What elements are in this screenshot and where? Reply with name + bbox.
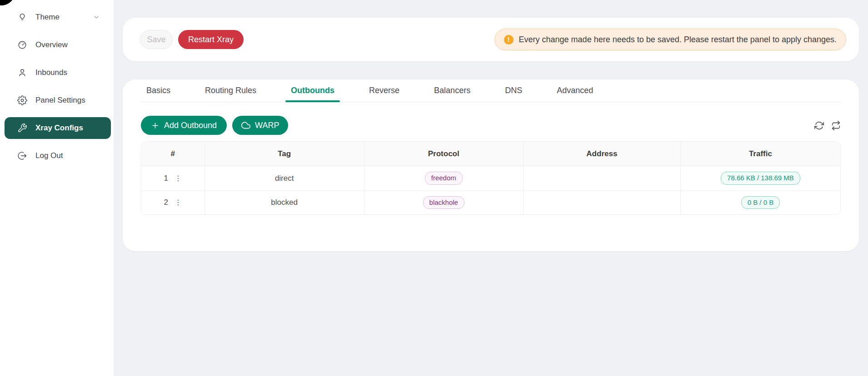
tab-outbounds[interactable]: Outbounds	[285, 79, 340, 102]
sidebar-item-inbounds[interactable]: Inbounds	[5, 62, 111, 84]
cell-index: 2 ⋮	[141, 191, 205, 214]
sidebar-item-label: Inbounds	[35, 68, 67, 77]
table-row: 2 ⋮ blocked blackhole 0 B / 0 B	[141, 190, 840, 214]
cell-protocol: blackhole	[364, 191, 523, 214]
cell-address	[523, 191, 680, 214]
sidebar-item-label: Theme	[35, 13, 60, 22]
outbounds-actions: Add Outbound WARP	[141, 116, 841, 135]
sidebar-item-label: Log Out	[35, 151, 63, 160]
column-header-tag: Tag	[205, 142, 364, 166]
sidebar-item-label: Xray Configs	[35, 124, 83, 133]
sidebar-item-xray-configs[interactable]: Xray Configs	[5, 117, 111, 139]
cloud-icon	[241, 121, 250, 130]
outbounds-table: # Tag Protocol Address Traffic 1 ⋮ direc…	[141, 141, 841, 215]
xray-configs-card: Basics Routing Rules Outbounds Reverse B…	[123, 79, 859, 251]
warp-label: WARP	[255, 121, 279, 130]
gear-icon	[17, 95, 27, 105]
toolbar-card: Save Restart Xray ! Every change made he…	[123, 18, 859, 61]
tab-reverse[interactable]: Reverse	[364, 79, 405, 102]
dashboard-icon	[17, 40, 27, 50]
tab-routing-rules[interactable]: Routing Rules	[200, 79, 262, 102]
sidebar-item-overview[interactable]: Overview	[5, 34, 111, 56]
column-header-address: Address	[523, 142, 680, 166]
cell-protocol: freedom	[364, 166, 523, 190]
column-header-protocol: Protocol	[364, 142, 523, 166]
column-header-traffic: Traffic	[680, 142, 840, 166]
tab-dns[interactable]: DNS	[499, 79, 528, 102]
tab-basics[interactable]: Basics	[141, 79, 176, 102]
warp-button[interactable]: WARP	[232, 116, 288, 135]
row-number: 2	[164, 198, 168, 207]
table-tools	[814, 121, 841, 130]
sidebar-item-label: Panel Settings	[35, 96, 85, 105]
traffic-badge: 0 B / 0 B	[741, 196, 780, 209]
chevron-down-icon	[93, 14, 100, 21]
protocol-badge: freedom	[425, 172, 463, 184]
sidebar: Theme Overview Inbounds	[0, 0, 114, 376]
cell-index: 1 ⋮	[141, 166, 205, 190]
cell-address	[523, 166, 680, 190]
wrench-icon	[17, 123, 27, 133]
tab-balancers[interactable]: Balancers	[429, 79, 476, 102]
sidebar-menu: Theme Overview Inbounds	[0, 0, 114, 167]
refresh-icon[interactable]	[814, 121, 824, 130]
table-header: # Tag Protocol Address Traffic	[141, 142, 840, 166]
main-content: Save Restart Xray ! Every change made he…	[114, 0, 868, 376]
sidebar-item-theme[interactable]: Theme	[5, 6, 111, 28]
row-menu-icon[interactable]: ⋮	[175, 175, 182, 182]
cell-tag: direct	[205, 166, 364, 190]
lightbulb-icon	[17, 12, 27, 22]
warning-alert-text: Every change made here needs to be saved…	[519, 35, 837, 45]
plus-icon	[151, 121, 160, 130]
app-window: Theme Overview Inbounds	[0, 0, 868, 376]
logout-icon	[17, 151, 27, 161]
cell-traffic: 0 B / 0 B	[680, 191, 840, 214]
sidebar-item-panel-settings[interactable]: Panel Settings	[5, 89, 111, 111]
row-menu-icon[interactable]: ⋮	[175, 199, 182, 206]
traffic-badge: 78.66 KB / 138.69 MB	[721, 172, 800, 184]
repeat-icon[interactable]	[831, 121, 841, 130]
sidebar-item-log-out[interactable]: Log Out	[5, 145, 111, 167]
sidebar-item-label: Overview	[35, 40, 68, 49]
user-icon	[17, 68, 27, 78]
protocol-badge: blackhole	[423, 196, 464, 209]
warning-alert: ! Every change made here needs to be sav…	[494, 29, 846, 50]
warning-icon: !	[504, 35, 514, 45]
restart-xray-button[interactable]: Restart Xray	[178, 30, 244, 49]
cell-tag: blocked	[205, 191, 364, 214]
tab-advanced[interactable]: Advanced	[551, 79, 599, 102]
row-number: 1	[164, 174, 168, 183]
column-header-index: #	[141, 142, 205, 166]
table-row: 1 ⋮ direct freedom 78.66 KB / 138.69 MB	[141, 166, 840, 190]
add-outbound-label: Add Outbound	[164, 121, 217, 130]
config-tabs: Basics Routing Rules Outbounds Reverse B…	[141, 79, 841, 102]
save-button[interactable]: Save	[140, 30, 173, 49]
add-outbound-button[interactable]: Add Outbound	[141, 116, 227, 135]
cell-traffic: 78.66 KB / 138.69 MB	[680, 166, 840, 190]
